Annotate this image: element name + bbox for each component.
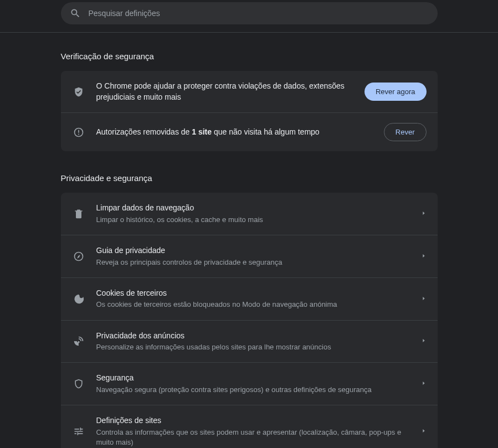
row-title: Definições de sites <box>96 415 410 426</box>
row-title: Privacidade dos anúncios <box>96 331 410 342</box>
security-row[interactable]: Segurança Navegação segura (proteção con… <box>61 363 438 405</box>
search-input[interactable] <box>89 9 429 18</box>
sliders-icon <box>72 426 85 437</box>
search-bar-container <box>0 0 498 33</box>
row-title: Guia de privacidade <box>96 245 410 256</box>
row-title: Limpar dados de navegação <box>96 203 410 214</box>
row-subtitle: Navegação segura (proteção contra sites … <box>96 385 410 395</box>
safety-check-promo-row: O Chrome pode ajudar a proteger contra v… <box>61 71 438 113</box>
search-bar[interactable] <box>61 2 438 24</box>
row-subtitle: Controla as informações que os sites pod… <box>96 428 410 447</box>
chevron-right-icon <box>421 296 427 302</box>
review-button[interactable]: Rever <box>384 123 427 141</box>
cookie-icon <box>72 293 85 305</box>
row-subtitle: Limpar o histórico, os cookies, a cache … <box>96 215 410 225</box>
row-title: Cookies de terceiros <box>96 288 410 299</box>
row-subtitle: Os cookies de terceiros estão bloqueados… <box>96 300 410 310</box>
ad-target-icon <box>72 336 85 347</box>
privacy-card: Limpar dados de navegação Limpar o histó… <box>61 193 438 448</box>
row-subtitle: Personalize as informações usadas pelos … <box>96 342 410 352</box>
site-settings-row[interactable]: Definições de sites Controla as informaç… <box>61 405 438 448</box>
safety-check-card: O Chrome pode ajudar a proteger contra v… <box>61 71 438 151</box>
review-now-button[interactable]: Rever agora <box>364 83 427 101</box>
chevron-right-icon <box>421 380 427 387</box>
safety-check-title: Verificação de segurança <box>61 52 438 61</box>
chevron-right-icon <box>421 338 427 344</box>
row-subtitle: Reveja os principais controlos de privac… <box>96 258 410 267</box>
permissions-removed-text: Autorizações removidas de 1 site que não… <box>96 127 373 138</box>
row-title: Segurança <box>96 373 410 384</box>
trash-icon <box>72 208 85 219</box>
shield-check-icon <box>72 86 85 97</box>
chevron-right-icon <box>421 253 427 260</box>
safety-check-promo-text: O Chrome pode ajudar a proteger contra v… <box>96 81 353 102</box>
chevron-right-icon <box>421 428 427 435</box>
privacy-guide-row[interactable]: Guia de privacidade Reveja os principais… <box>61 235 438 278</box>
chevron-right-icon <box>421 210 427 217</box>
search-icon <box>70 8 81 19</box>
shield-icon <box>72 378 85 389</box>
third-party-cookies-row[interactable]: Cookies de terceiros Os cookies de terce… <box>61 278 438 321</box>
clear-browsing-data-row[interactable]: Limpar dados de navegação Limpar o histó… <box>61 193 438 235</box>
compass-icon <box>72 251 85 262</box>
privacy-title: Privacidade e segurança <box>61 173 438 183</box>
safety-check-permissions-row: Autorizações removidas de 1 site que não… <box>61 113 438 151</box>
info-icon <box>72 127 85 138</box>
ad-privacy-row[interactable]: Privacidade dos anúncios Personalize as … <box>61 321 438 363</box>
